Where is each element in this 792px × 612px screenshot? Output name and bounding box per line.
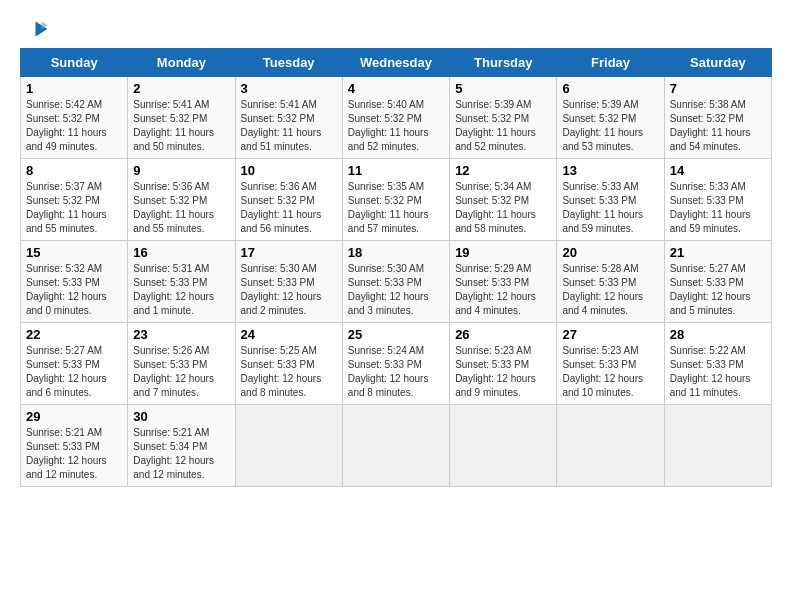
header-row: SundayMondayTuesdayWednesdayThursdayFrid…: [21, 49, 772, 77]
day-number: 25: [348, 327, 444, 342]
day-number: 12: [455, 163, 551, 178]
calendar-cell: 30 Sunrise: 5:21 AMSunset: 5:34 PMDaylig…: [128, 405, 235, 487]
day-info: Sunrise: 5:36 AMSunset: 5:32 PMDaylight:…: [133, 181, 214, 234]
day-info: Sunrise: 5:40 AMSunset: 5:32 PMDaylight:…: [348, 99, 429, 152]
day-info: Sunrise: 5:21 AMSunset: 5:34 PMDaylight:…: [133, 427, 214, 480]
day-number: 17: [241, 245, 337, 260]
day-info: Sunrise: 5:32 AMSunset: 5:33 PMDaylight:…: [26, 263, 107, 316]
logo-icon: [20, 20, 48, 38]
header-cell-wednesday: Wednesday: [342, 49, 449, 77]
day-info: Sunrise: 5:39 AMSunset: 5:32 PMDaylight:…: [562, 99, 643, 152]
calendar-cell: 4 Sunrise: 5:40 AMSunset: 5:32 PMDayligh…: [342, 77, 449, 159]
day-info: Sunrise: 5:42 AMSunset: 5:32 PMDaylight:…: [26, 99, 107, 152]
calendar-cell: [450, 405, 557, 487]
calendar-cell: 16 Sunrise: 5:31 AMSunset: 5:33 PMDaylig…: [128, 241, 235, 323]
day-number: 26: [455, 327, 551, 342]
day-number: 18: [348, 245, 444, 260]
day-info: Sunrise: 5:28 AMSunset: 5:33 PMDaylight:…: [562, 263, 643, 316]
calendar-cell: 9 Sunrise: 5:36 AMSunset: 5:32 PMDayligh…: [128, 159, 235, 241]
day-info: Sunrise: 5:39 AMSunset: 5:32 PMDaylight:…: [455, 99, 536, 152]
calendar-cell: 13 Sunrise: 5:33 AMSunset: 5:33 PMDaylig…: [557, 159, 664, 241]
day-number: 7: [670, 81, 766, 96]
calendar-cell: 17 Sunrise: 5:30 AMSunset: 5:33 PMDaylig…: [235, 241, 342, 323]
calendar-cell: 3 Sunrise: 5:41 AMSunset: 5:32 PMDayligh…: [235, 77, 342, 159]
calendar-cell: 29 Sunrise: 5:21 AMSunset: 5:33 PMDaylig…: [21, 405, 128, 487]
day-info: Sunrise: 5:36 AMSunset: 5:32 PMDaylight:…: [241, 181, 322, 234]
day-info: Sunrise: 5:33 AMSunset: 5:33 PMDaylight:…: [670, 181, 751, 234]
header-cell-thursday: Thursday: [450, 49, 557, 77]
day-info: Sunrise: 5:30 AMSunset: 5:33 PMDaylight:…: [348, 263, 429, 316]
day-number: 22: [26, 327, 122, 342]
day-info: Sunrise: 5:30 AMSunset: 5:33 PMDaylight:…: [241, 263, 322, 316]
calendar-cell: 6 Sunrise: 5:39 AMSunset: 5:32 PMDayligh…: [557, 77, 664, 159]
day-number: 6: [562, 81, 658, 96]
day-number: 9: [133, 163, 229, 178]
calendar-table: SundayMondayTuesdayWednesdayThursdayFrid…: [20, 48, 772, 487]
day-number: 15: [26, 245, 122, 260]
calendar-cell: 10 Sunrise: 5:36 AMSunset: 5:32 PMDaylig…: [235, 159, 342, 241]
day-number: 4: [348, 81, 444, 96]
day-number: 2: [133, 81, 229, 96]
day-number: 16: [133, 245, 229, 260]
header-cell-monday: Monday: [128, 49, 235, 77]
calendar-cell: 20 Sunrise: 5:28 AMSunset: 5:33 PMDaylig…: [557, 241, 664, 323]
calendar-cell: 1 Sunrise: 5:42 AMSunset: 5:32 PMDayligh…: [21, 77, 128, 159]
calendar-cell: 11 Sunrise: 5:35 AMSunset: 5:32 PMDaylig…: [342, 159, 449, 241]
calendar-cell: 12 Sunrise: 5:34 AMSunset: 5:32 PMDaylig…: [450, 159, 557, 241]
day-number: 5: [455, 81, 551, 96]
day-number: 30: [133, 409, 229, 424]
day-info: Sunrise: 5:35 AMSunset: 5:32 PMDaylight:…: [348, 181, 429, 234]
calendar-cell: [342, 405, 449, 487]
day-number: 11: [348, 163, 444, 178]
calendar-cell: 18 Sunrise: 5:30 AMSunset: 5:33 PMDaylig…: [342, 241, 449, 323]
day-number: 1: [26, 81, 122, 96]
calendar-cell: 19 Sunrise: 5:29 AMSunset: 5:33 PMDaylig…: [450, 241, 557, 323]
day-number: 23: [133, 327, 229, 342]
calendar-cell: 5 Sunrise: 5:39 AMSunset: 5:32 PMDayligh…: [450, 77, 557, 159]
day-number: 21: [670, 245, 766, 260]
page-header: [20, 20, 772, 38]
day-number: 13: [562, 163, 658, 178]
calendar-cell: 24 Sunrise: 5:25 AMSunset: 5:33 PMDaylig…: [235, 323, 342, 405]
calendar-cell: 28 Sunrise: 5:22 AMSunset: 5:33 PMDaylig…: [664, 323, 771, 405]
calendar-cell: 7 Sunrise: 5:38 AMSunset: 5:32 PMDayligh…: [664, 77, 771, 159]
calendar-cell: 22 Sunrise: 5:27 AMSunset: 5:33 PMDaylig…: [21, 323, 128, 405]
calendar-cell: 23 Sunrise: 5:26 AMSunset: 5:33 PMDaylig…: [128, 323, 235, 405]
header-cell-friday: Friday: [557, 49, 664, 77]
calendar-cell: 27 Sunrise: 5:23 AMSunset: 5:33 PMDaylig…: [557, 323, 664, 405]
calendar-week-5: 29 Sunrise: 5:21 AMSunset: 5:33 PMDaylig…: [21, 405, 772, 487]
calendar-cell: 25 Sunrise: 5:24 AMSunset: 5:33 PMDaylig…: [342, 323, 449, 405]
day-number: 29: [26, 409, 122, 424]
logo: [20, 20, 52, 38]
day-info: Sunrise: 5:38 AMSunset: 5:32 PMDaylight:…: [670, 99, 751, 152]
header-cell-tuesday: Tuesday: [235, 49, 342, 77]
day-number: 14: [670, 163, 766, 178]
day-info: Sunrise: 5:24 AMSunset: 5:33 PMDaylight:…: [348, 345, 429, 398]
day-info: Sunrise: 5:22 AMSunset: 5:33 PMDaylight:…: [670, 345, 751, 398]
calendar-cell: [664, 405, 771, 487]
header-cell-sunday: Sunday: [21, 49, 128, 77]
day-number: 20: [562, 245, 658, 260]
calendar-cell: 2 Sunrise: 5:41 AMSunset: 5:32 PMDayligh…: [128, 77, 235, 159]
day-number: 8: [26, 163, 122, 178]
day-info: Sunrise: 5:37 AMSunset: 5:32 PMDaylight:…: [26, 181, 107, 234]
calendar-cell: 14 Sunrise: 5:33 AMSunset: 5:33 PMDaylig…: [664, 159, 771, 241]
day-info: Sunrise: 5:23 AMSunset: 5:33 PMDaylight:…: [562, 345, 643, 398]
day-number: 27: [562, 327, 658, 342]
day-info: Sunrise: 5:27 AMSunset: 5:33 PMDaylight:…: [670, 263, 751, 316]
day-info: Sunrise: 5:31 AMSunset: 5:33 PMDaylight:…: [133, 263, 214, 316]
calendar-week-4: 22 Sunrise: 5:27 AMSunset: 5:33 PMDaylig…: [21, 323, 772, 405]
day-number: 28: [670, 327, 766, 342]
calendar-week-1: 1 Sunrise: 5:42 AMSunset: 5:32 PMDayligh…: [21, 77, 772, 159]
calendar-cell: 15 Sunrise: 5:32 AMSunset: 5:33 PMDaylig…: [21, 241, 128, 323]
calendar-cell: [235, 405, 342, 487]
day-number: 3: [241, 81, 337, 96]
day-number: 24: [241, 327, 337, 342]
header-cell-saturday: Saturday: [664, 49, 771, 77]
day-info: Sunrise: 5:25 AMSunset: 5:33 PMDaylight:…: [241, 345, 322, 398]
day-info: Sunrise: 5:34 AMSunset: 5:32 PMDaylight:…: [455, 181, 536, 234]
day-number: 10: [241, 163, 337, 178]
day-info: Sunrise: 5:23 AMSunset: 5:33 PMDaylight:…: [455, 345, 536, 398]
day-info: Sunrise: 5:41 AMSunset: 5:32 PMDaylight:…: [133, 99, 214, 152]
calendar-cell: 21 Sunrise: 5:27 AMSunset: 5:33 PMDaylig…: [664, 241, 771, 323]
